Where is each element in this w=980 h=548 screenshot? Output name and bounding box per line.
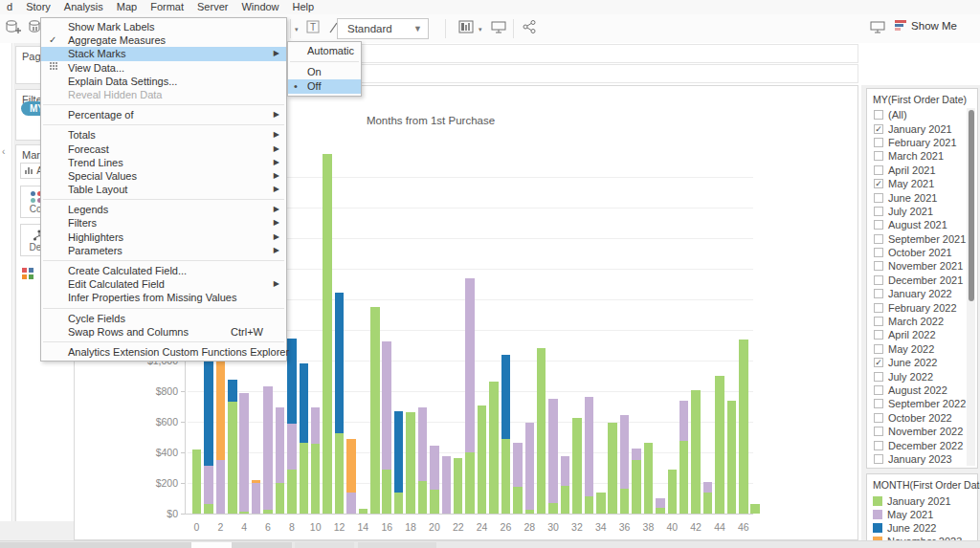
presentation-mode-icon-right[interactable] xyxy=(869,18,886,35)
bar-x43-may-2021[interactable] xyxy=(703,482,713,493)
bar-x17-january-2021[interactable] xyxy=(394,493,404,514)
bar-x41-may-2021[interactable] xyxy=(679,401,689,441)
sheet-tab[interactable] xyxy=(295,542,354,548)
checkbox-unchecked[interactable] xyxy=(874,385,883,395)
checkbox-checked[interactable]: ✓ xyxy=(874,358,883,367)
sheet-tab-active[interactable] xyxy=(191,542,232,548)
filter-option-march-2021[interactable]: March 2021 xyxy=(868,149,968,163)
bar-x3-june-2022[interactable] xyxy=(228,380,237,402)
menu-item-infer-properties-from-missing-values[interactable]: Infer Properties from Missing Values xyxy=(41,291,286,304)
filter-option-january-2022[interactable]: January 2022 xyxy=(868,287,968,300)
show-me-button[interactable]: Show Me xyxy=(895,20,957,32)
bar-x32-january-2021[interactable] xyxy=(572,418,582,514)
bar-x20-may-2021[interactable] xyxy=(430,446,439,490)
filter-option-february-2021[interactable]: February 2021 xyxy=(868,136,968,149)
menu-item-explain-data-settings[interactable]: Explain Data Settings... xyxy=(41,75,286,88)
bar-x31-may-2021[interactable] xyxy=(561,456,570,486)
submenu-item-on[interactable]: On xyxy=(288,65,361,79)
bar-x36-may-2021[interactable] xyxy=(620,415,630,490)
new-data-source-icon[interactable] xyxy=(5,18,22,35)
menu-item-totals[interactable]: Totals▶ xyxy=(41,128,286,142)
menubar-item-story[interactable]: Story xyxy=(19,0,57,14)
checkbox-unchecked[interactable] xyxy=(874,427,883,436)
caret-icon[interactable]: ▾ xyxy=(479,26,482,33)
bar-x26-january-2021[interactable] xyxy=(501,439,511,514)
menubar-item-help[interactable]: Help xyxy=(286,0,322,14)
bar-x6-may-2021[interactable] xyxy=(263,386,273,510)
bar-x7-january-2021[interactable] xyxy=(276,483,285,514)
share-icon[interactable] xyxy=(521,18,538,35)
bar-x35-january-2021[interactable] xyxy=(608,423,617,514)
bar-x43-january-2021[interactable] xyxy=(703,493,713,514)
bar-x16-may-2021[interactable] xyxy=(382,341,391,470)
menubar-item-format[interactable]: Format xyxy=(144,0,190,14)
menu-item-aggregate-measures[interactable]: Aggregate Measures✓ xyxy=(41,33,286,47)
menu-item-legends[interactable]: Legends▶ xyxy=(41,203,286,216)
bar-x30-may-2021[interactable] xyxy=(548,399,558,503)
menu-item-stack-marks[interactable]: Stack Marks▶ xyxy=(41,47,286,60)
menubar-item-map[interactable]: Map xyxy=(110,0,144,14)
menu-item-show-mark-labels[interactable]: Show Mark Labels xyxy=(41,20,286,33)
bar-x3-january-2021[interactable] xyxy=(228,402,237,514)
bar-x13-november-2023[interactable] xyxy=(346,439,356,493)
checkbox-unchecked[interactable] xyxy=(874,454,883,464)
checkbox-unchecked[interactable] xyxy=(874,317,883,326)
submenu-item-off[interactable]: Off• xyxy=(288,79,361,94)
bar-x33-january-2021[interactable] xyxy=(585,496,594,514)
checkbox-unchecked[interactable] xyxy=(874,344,883,354)
bar-x38-january-2021[interactable] xyxy=(644,443,654,514)
checkbox-unchecked[interactable] xyxy=(874,275,883,285)
bar-x45-january-2021[interactable] xyxy=(727,401,737,514)
bar-x19-january-2021[interactable] xyxy=(418,481,428,514)
bar-x34-january-2021[interactable] xyxy=(596,493,606,514)
bar-x27-january-2021[interactable] xyxy=(513,487,523,514)
checkbox-unchecked[interactable] xyxy=(874,151,883,161)
bar-x22-january-2021[interactable] xyxy=(454,458,463,514)
legend-entry-may-2021[interactable]: May 2021 xyxy=(867,508,977,521)
bar-x12-june-2022[interactable] xyxy=(335,293,345,433)
bar-x30-january-2021[interactable] xyxy=(548,503,558,514)
menubar-item-d[interactable]: d xyxy=(0,0,19,14)
sheet-tab[interactable] xyxy=(358,542,436,548)
checkbox-unchecked[interactable] xyxy=(874,193,883,203)
filter-option-july-2021[interactable]: July 2021 xyxy=(868,205,968,218)
checkbox-unchecked[interactable] xyxy=(874,330,883,340)
bar-x36-january-2021[interactable] xyxy=(620,489,630,514)
menu-item-table-layout[interactable]: Table Layout▶ xyxy=(41,183,286,196)
bar-x24-january-2021[interactable] xyxy=(478,406,487,514)
presentation-mode-icon[interactable] xyxy=(490,18,507,35)
bar-x8-january-2021[interactable] xyxy=(287,470,297,514)
filter-option-october-2021[interactable]: October 2021 xyxy=(868,246,968,259)
menu-item-cycle-fields[interactable]: Cycle Fields xyxy=(41,312,286,325)
menu-item-view-data[interactable]: View Data... xyxy=(41,61,286,75)
bar-x23-may-2021[interactable] xyxy=(465,278,475,452)
bar-x1-may-2021[interactable] xyxy=(204,466,213,503)
filter-option-march-2022[interactable]: March 2022 xyxy=(868,315,968,328)
filter-option-july-2022[interactable]: July 2022 xyxy=(868,369,968,383)
menu-item-edit-calculated-field[interactable]: Edit Calculated Field▶ xyxy=(41,277,286,291)
menubar-item-analysis[interactable]: Analysis xyxy=(57,0,110,14)
bar-x47-january-2021[interactable] xyxy=(750,504,760,514)
fit-selector[interactable]: Standard ▼ xyxy=(337,18,429,39)
bar-x4-may-2021[interactable] xyxy=(239,393,249,512)
bar-x41-january-2021[interactable] xyxy=(679,441,689,514)
bar-x11-january-2021[interactable] xyxy=(323,154,332,514)
checkbox-unchecked[interactable] xyxy=(874,220,883,230)
checkbox-unchecked[interactable] xyxy=(874,413,883,423)
checkbox-unchecked[interactable] xyxy=(874,110,883,120)
filter-scrollbar[interactable] xyxy=(967,108,975,466)
menu-item-trend-lines[interactable]: Trend Lines▶ xyxy=(41,156,286,169)
filter-option-november-2022[interactable]: November 2022 xyxy=(868,425,968,438)
bar-x9-june-2022[interactable] xyxy=(300,363,309,443)
legend-entry-june-2022[interactable]: June 2022 xyxy=(867,521,977,535)
filter-option-april-2022[interactable]: April 2022 xyxy=(868,328,968,341)
filter-option-june-2022[interactable]: ✓June 2022 xyxy=(868,356,968,369)
menu-item-create-calculated-field[interactable]: Create Calculated Field... xyxy=(41,264,286,277)
bar-x39-may-2021[interactable] xyxy=(656,498,665,508)
bar-x37-may-2021[interactable] xyxy=(632,449,641,460)
menu-item-filters[interactable]: Filters▶ xyxy=(41,216,286,230)
bar-x28-may-2021[interactable] xyxy=(525,423,535,510)
filter-option-january-2023[interactable]: January 2023 xyxy=(868,452,968,466)
checkbox-unchecked[interactable] xyxy=(874,289,883,298)
checkbox-unchecked[interactable] xyxy=(874,303,883,313)
